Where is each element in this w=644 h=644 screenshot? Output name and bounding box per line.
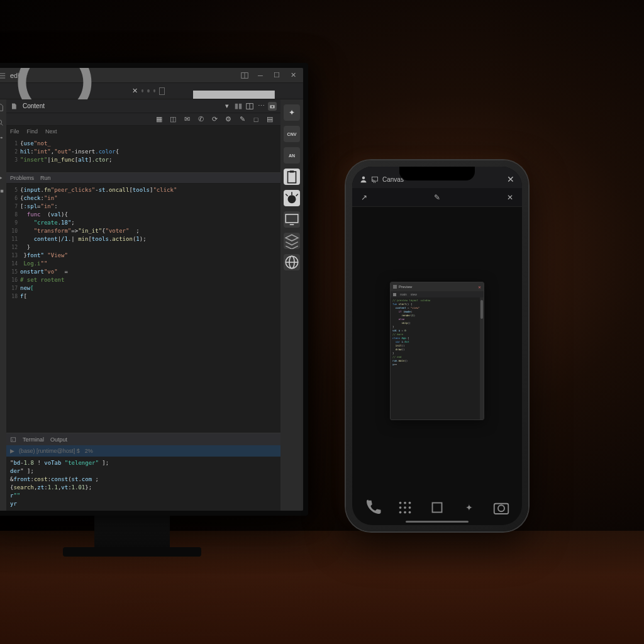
svg-rect-17 xyxy=(11,437,16,441)
mini-editor-preview[interactable]: Preview ✕ main view // preview layout :w… xyxy=(390,282,484,420)
svg-rect-18 xyxy=(288,172,296,183)
grid-icon[interactable] xyxy=(159,87,165,95)
subtab-problems[interactable]: Problems xyxy=(10,175,34,181)
files-icon[interactable] xyxy=(0,103,4,112)
file-icon xyxy=(10,103,18,110)
code-editor-main[interactable]: 5{input.fn"peer_clicks"-st.oncall[tools]… xyxy=(6,184,280,433)
svg-line-23 xyxy=(296,194,298,196)
phone-notch xyxy=(399,167,475,180)
crumb-find[interactable]: Find xyxy=(27,128,38,135)
monitor-frame: editor ─ ☐ ✕ ✕ xyxy=(0,63,308,516)
phone-toolbar: ↗ ✎ ✕ xyxy=(352,188,522,207)
activity-bar xyxy=(0,99,6,511)
branch-icon[interactable] xyxy=(0,133,4,142)
terminal-prompt-bar: ▶ (base) [runtime@host] $ 2% xyxy=(6,445,280,457)
mini-title-text: Preview xyxy=(399,285,412,289)
tool-icon-8[interactable]: □ xyxy=(252,115,260,124)
monitor-base xyxy=(63,547,201,557)
editor-column: Content ▾ ⋯ xyxy=(6,99,280,511)
breadcrumb: File Find Next xyxy=(6,126,280,137)
toolbar-close-icon[interactable]: ✕ xyxy=(507,193,513,202)
home-indicator[interactable] xyxy=(406,521,469,523)
globe-icon[interactable] xyxy=(284,254,300,270)
svg-rect-11 xyxy=(1,190,3,192)
phone-keypad-icon[interactable] xyxy=(396,498,414,517)
tool-icon-6[interactable]: ⚙ xyxy=(224,115,233,124)
tab-label[interactable]: Content xyxy=(23,103,45,109)
monitor-icon[interactable] xyxy=(284,211,300,228)
mini-titlebar: Preview ✕ xyxy=(391,282,484,291)
right-sidebar: ✦ CNV AN xyxy=(280,99,303,511)
compare-icon[interactable] xyxy=(234,102,243,111)
svg-point-29 xyxy=(362,177,365,180)
mini-tab-view[interactable]: view xyxy=(411,292,417,296)
svg-line-22 xyxy=(286,194,287,196)
svg-point-20 xyxy=(288,195,296,203)
ide-window: editor ─ ☐ ✕ ✕ xyxy=(0,68,303,511)
tool-icon-3[interactable]: ✉ xyxy=(182,115,191,124)
phone-close-icon[interactable]: ✕ xyxy=(507,175,514,183)
cnv-button[interactable]: CNV xyxy=(284,126,300,142)
magic-icon[interactable]: ✎ xyxy=(434,193,440,202)
terminal-tag: 2% xyxy=(85,448,93,454)
crumb-next[interactable]: Next xyxy=(45,128,57,135)
an-button[interactable]: AN xyxy=(284,147,300,164)
more-icon[interactable]: ⋯ xyxy=(257,102,265,111)
phone-call-icon[interactable] xyxy=(364,498,382,517)
mini-tab-icon xyxy=(393,293,396,296)
extensions-icon[interactable] xyxy=(0,189,4,197)
arrow-icon[interactable]: ↗ xyxy=(361,193,367,202)
svg-point-37 xyxy=(399,511,402,514)
svg-rect-30 xyxy=(372,177,378,181)
svg-rect-24 xyxy=(286,214,298,223)
mini-scroll-thumb[interactable] xyxy=(480,300,483,319)
svg-point-31 xyxy=(399,502,402,504)
layers-icon[interactable] xyxy=(284,233,300,249)
sparkle-icon[interactable]: ✦ xyxy=(284,104,300,121)
search-activity-icon[interactable] xyxy=(0,118,4,127)
indicator-dot xyxy=(153,89,155,92)
subtabs: Problems Run xyxy=(6,172,280,184)
mini-code[interactable]: // preview layout :windowfun start() { c… xyxy=(391,297,480,419)
bug-icon[interactable] xyxy=(284,190,300,206)
terminal-prompt: (base) [runtime@host] $ xyxy=(19,448,80,454)
svg-point-39 xyxy=(409,511,411,514)
clipboard-icon[interactable] xyxy=(284,169,300,185)
terminal-tab-terminal[interactable]: Terminal xyxy=(23,436,44,443)
dropdown-icon[interactable]: ▾ xyxy=(223,102,231,111)
debug-icon[interactable] xyxy=(0,174,4,182)
toolbar-row: ▦ ◫ ✉ ✆ ⟳ ⚙ ✎ □ ▤ xyxy=(6,113,280,126)
phone-home-icon[interactable] xyxy=(428,498,447,517)
tool-icon-1[interactable]: ▦ xyxy=(155,115,164,124)
mini-scrollbar[interactable] xyxy=(480,297,484,419)
phone-content: Preview ✕ main view // preview layout :w… xyxy=(352,207,522,495)
tool-icon-7[interactable]: ✎ xyxy=(238,115,247,124)
mini-close-icon[interactable]: ✕ xyxy=(478,285,481,289)
tool-icon-2[interactable]: ◫ xyxy=(169,115,177,124)
camera-icon[interactable] xyxy=(268,102,277,111)
mini-tab-main[interactable]: main xyxy=(400,292,407,296)
tool-icon-4[interactable]: ✆ xyxy=(196,115,205,124)
subtab-run[interactable]: Run xyxy=(40,175,51,181)
terminal-output[interactable]: "bd-1.8 ! voTab "telenger" ];der" ];&fro… xyxy=(6,457,280,511)
phone-sparkle-icon[interactable]: ✦ xyxy=(460,498,479,517)
svg-point-42 xyxy=(498,505,504,511)
phone-camera-icon[interactable] xyxy=(492,498,511,517)
search-close-icon[interactable]: ✕ xyxy=(132,87,138,95)
svg-point-34 xyxy=(399,506,402,509)
mini-tabs: main view xyxy=(391,291,484,297)
indicator-dot xyxy=(142,89,143,92)
split-icon[interactable] xyxy=(245,102,254,111)
secondary-bar: ✕ xyxy=(0,83,303,99)
cast-icon[interactable] xyxy=(371,175,379,183)
prompt-icon: ▶ xyxy=(10,448,16,454)
terminal-tab-output[interactable]: Output xyxy=(50,436,67,443)
svg-point-16 xyxy=(272,106,274,108)
tool-icon-9[interactable]: ▤ xyxy=(265,115,274,124)
svg-marker-9 xyxy=(0,176,3,180)
phone-screen: Canvas ✕ ↗ ✎ ✕ Preview ✕ main xyxy=(352,167,522,525)
code-editor-top[interactable]: 1{use"not_2hil:"int","out"-insert.color{… xyxy=(6,137,280,172)
tool-icon-5[interactable]: ⟳ xyxy=(210,115,219,124)
crumb-file[interactable]: File xyxy=(10,128,19,135)
ide-body: Content ▾ ⋯ xyxy=(0,99,303,511)
